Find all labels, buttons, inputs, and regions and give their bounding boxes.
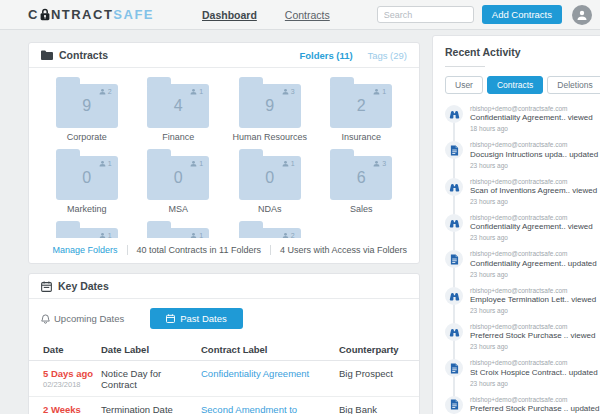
past-dates-tab[interactable]: Past Dates: [150, 308, 242, 329]
folder-user-count: 3: [291, 88, 295, 95]
folder-name: Marketing: [67, 204, 107, 214]
binoculars-icon: [445, 105, 463, 123]
upcoming-dates-tab[interactable]: Upcoming Dates: [41, 313, 124, 324]
activity-description[interactable]: Preferred Stock Purchase .. updated: [470, 404, 599, 414]
tab-user[interactable]: User: [445, 76, 483, 94]
folder-insurance[interactable]: 2 1 Insurance: [316, 70, 408, 142]
activity-description[interactable]: St Croix Hospice Contract.. updated: [470, 368, 598, 379]
activity-item-body: rbishop+demo@contractsafe.comPreferred S…: [470, 323, 595, 351]
col-counterparty: Counterparty: [339, 338, 419, 361]
activity-filter-tabs: User Contracts Deletions: [445, 76, 600, 94]
document-icon: [450, 399, 459, 410]
folder-finance[interactable]: 4 1 Finance: [133, 70, 225, 142]
activity-timestamp: 23 hours ago: [470, 197, 597, 206]
activity-item-body: rbishop+demo@contractsafe.comConfidentia…: [470, 105, 593, 133]
activity-user-email: rbishop+demo@contractsafe.com: [470, 178, 597, 186]
activity-item: rbishop+demo@contractsafe.comConfidentia…: [445, 214, 600, 242]
folder-icon: [41, 50, 53, 60]
folder-user-count: 2: [291, 232, 295, 238]
folder-name: NDAs: [258, 204, 282, 214]
activity-timestamp: 23 hours ago: [470, 270, 597, 279]
logo-text-c: C: [28, 7, 39, 22]
tags-link[interactable]: Tags (29): [367, 50, 407, 61]
document-icon: [445, 359, 463, 377]
folder-msa[interactable]: 0 1 MSA: [133, 142, 225, 214]
main-nav: Dashboard Contracts: [202, 9, 330, 21]
user-avatar[interactable]: [572, 5, 592, 25]
date-label-cell: Notice Day for Contract: [101, 361, 201, 397]
folder-user-count: 1: [199, 160, 203, 167]
activity-user-email: rbishop+demo@contractsafe.com: [470, 105, 593, 113]
document-icon: [450, 145, 459, 156]
folder-partial-1[interactable]: 1: [41, 214, 133, 238]
users-icon: [282, 160, 289, 167]
folders-grid: 9 2 Corporate 4 1 Finance 9 3 Human Reso…: [29, 68, 419, 238]
nav-contracts[interactable]: Contracts: [285, 9, 330, 21]
activity-description[interactable]: Confidentiality Agreement.. viewed: [470, 222, 593, 233]
activity-description[interactable]: Scan of Inventions Agreem.. viewed: [470, 186, 597, 197]
folder-count: 6: [357, 169, 366, 187]
contract-link[interactable]: Second Amendment to Promissory Note: [201, 404, 297, 414]
activity-item-body: rbishop+demo@contractsafe.comConfidentia…: [470, 214, 593, 242]
binoculars-icon: [449, 291, 460, 301]
users-icon: [282, 232, 289, 238]
document-icon: [450, 254, 459, 265]
nav-dashboard[interactable]: Dashboard: [202, 9, 257, 21]
top-navigation-bar: C NTRACT SAFE Dashboard Contracts Add Co…: [0, 0, 600, 30]
activity-description[interactable]: Employee Termination Lett.. viewed: [470, 295, 596, 306]
folder-name: Finance: [162, 132, 194, 142]
relative-date: 5 Days ago: [43, 368, 97, 379]
activity-item: rbishop+demo@contractsafe.comConfidentia…: [445, 105, 600, 133]
folder-user-count: 1: [382, 88, 386, 95]
table-header-row: Date Date Label Contract Label Counterpa…: [29, 338, 419, 361]
tab-deletions[interactable]: Deletions: [547, 76, 600, 94]
calendar-icon: [166, 314, 175, 323]
activity-item-body: rbishop+demo@contractsafe.comScan of Inv…: [470, 178, 597, 206]
total-contracts-text: 40 total Contracts in 11 Folders: [127, 245, 261, 255]
activity-user-email: rbishop+demo@contractsafe.com: [470, 250, 597, 258]
absolute-date: 02/23/2018: [43, 380, 97, 389]
activity-user-email: rbishop+demo@contractsafe.com: [470, 141, 598, 149]
activity-description[interactable]: Preferred Stock Purchase .. viewed: [470, 331, 595, 342]
activity-item: rbishop+demo@contractsafe.comDocusign In…: [445, 141, 600, 169]
activity-user-email: rbishop+demo@contractsafe.com: [470, 323, 595, 331]
users-icon: [282, 88, 289, 95]
activity-item: rbishop+demo@contractsafe.comEmployee Te…: [445, 287, 600, 315]
person-icon: [576, 9, 588, 21]
activity-description[interactable]: Docusign Intructions upda.. updated: [470, 150, 598, 161]
panel-title: Contracts: [59, 49, 108, 61]
folder-partial-3[interactable]: 2: [224, 214, 316, 238]
folder-ndas[interactable]: 0 1 NDAs: [224, 142, 316, 214]
folder-name: Sales: [350, 204, 373, 214]
search-input[interactable]: [377, 6, 474, 23]
panel-title: Key Dates: [58, 280, 109, 292]
folder-partial-2[interactable]: 1: [133, 214, 225, 238]
recent-activity-panel: Recent Activity User Contracts Deletions…: [432, 35, 600, 414]
table-row: 5 Days ago 02/23/2018 Notice Day for Con…: [29, 361, 419, 397]
folders-link[interactable]: Folders (11): [299, 50, 352, 61]
calendar-icon: [41, 281, 52, 292]
activity-item-body: rbishop+demo@contractsafe.comConfidentia…: [470, 250, 597, 278]
users-icon: [373, 88, 380, 95]
activity-timestamp: 23 hours ago: [470, 379, 598, 388]
tab-contracts[interactable]: Contracts: [487, 76, 543, 94]
folder-sales[interactable]: 6 3 Sales: [316, 142, 408, 214]
contract-link[interactable]: Confidentiality Agreement: [201, 368, 309, 379]
table-row: 2 Weeks ago 02/14/2018 Termination Date …: [29, 397, 419, 414]
document-icon: [445, 396, 463, 414]
activity-description[interactable]: Confidentiality Agreement.. viewed: [470, 113, 593, 124]
document-icon: [450, 363, 459, 374]
activity-timestamp: 23 hours ago: [470, 342, 595, 351]
recent-activity-title: Recent Activity: [445, 46, 600, 58]
document-icon: [445, 250, 463, 268]
activity-item: rbishop+demo@contractsafe.comPreferred S…: [445, 396, 600, 414]
add-contracts-button[interactable]: Add Contracts: [482, 5, 562, 24]
activity-description[interactable]: Confidentiality Agreement.. updated: [470, 259, 597, 270]
folder-human-resources[interactable]: 9 3 Human Resources: [224, 70, 316, 142]
folder-count: 9: [265, 97, 274, 115]
users-icon: [190, 88, 197, 95]
manage-folders-link[interactable]: Manage Folders: [53, 245, 118, 255]
folder-marketing[interactable]: 0 1 Marketing: [41, 142, 133, 214]
folder-corporate[interactable]: 9 2 Corporate: [41, 70, 133, 142]
binoculars-icon: [445, 178, 463, 196]
